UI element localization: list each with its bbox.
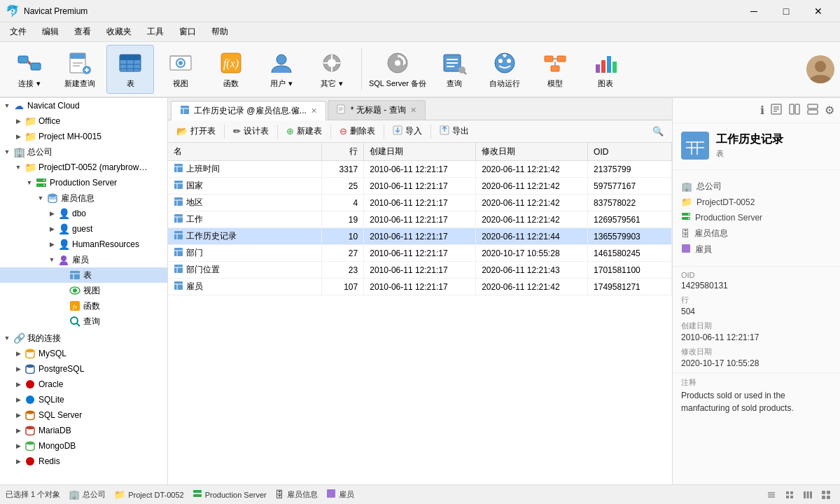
mariadb-label: MariaDB [38, 426, 71, 435]
table-row[interactable]: 国家 25 2010-06-11 12:21:17 2020-06-11 12:… [168, 178, 672, 195]
model-label: 模型 [547, 78, 563, 89]
maximize-button[interactable]: □ [770, 0, 802, 22]
table-row[interactable]: 雇员 107 2010-06-11 12:21:17 2020-06-11 12… [168, 279, 672, 295]
panel-breadcrumb-db: 🗄 雇员信息 [681, 225, 832, 241]
menu-window[interactable]: 窗口 [172, 23, 203, 41]
delete-table-button[interactable]: ⊖ 删除表 [334, 122, 381, 141]
toolbar-other-button[interactable]: 其它 ▾ [308, 45, 356, 94]
minimize-button[interactable]: ─ [738, 0, 770, 22]
functions-icon: fx [69, 300, 81, 312]
sidebar-item-dbo[interactable]: ▶ 👤 dbo [0, 206, 167, 221]
sidebar-item-tables[interactable]: ▶ 表 [0, 267, 167, 283]
table-row[interactable]: 部门位置 23 2010-06-11 12:21:17 2020-06-11 1… [168, 262, 672, 279]
panel-settings-button[interactable]: ⚙ [825, 104, 834, 117]
tab-untitled-label: * 无标题 - 查询 [351, 104, 406, 116]
tab-icon [180, 105, 190, 117]
view-icon-button[interactable] [818, 488, 834, 502]
sidebar-item-views[interactable]: ▶ 视图 [0, 283, 167, 298]
table-row[interactable]: 部门 27 2010-06-11 12:21:17 2020-10-17 10:… [168, 245, 672, 262]
sidebar-item-company[interactable]: ▼ 🏢 总公司 [0, 144, 167, 160]
tab-untitled[interactable]: * 无标题 - 查询 ✕ [328, 100, 426, 120]
sidebar-item-mariadb[interactable]: ▶ MariaDB [0, 423, 167, 438]
toolbar-table-button[interactable]: 表 [106, 45, 154, 94]
export-button[interactable]: 导出 [434, 122, 475, 141]
view-list-button[interactable] [763, 488, 780, 502]
projectdt-label: ProjectDT-0052 (marybrown@... [38, 162, 150, 172]
panel-info-button[interactable]: ℹ [760, 104, 764, 117]
view-detail-button[interactable] [781, 488, 798, 502]
sidebar-item-queries[interactable]: ▶ 查询 [0, 314, 167, 329]
new-table-button[interactable]: ⊕ 新建表 [281, 122, 328, 141]
tab-history[interactable]: 工作历史记录 @雇员信息.僱... ✕ [171, 101, 326, 120]
table-row[interactable]: 工作历史记录 10 2010-06-11 12:21:17 2020-06-11… [168, 228, 672, 245]
toolbar-connect-button[interactable]: 连接 ▾ [6, 45, 53, 94]
toolbar-backup-button[interactable]: SQL Server 备份 [368, 45, 428, 94]
status-schema[interactable]: 雇员 [326, 489, 354, 500]
svg-point-23 [276, 55, 286, 64]
toolbar-query-button[interactable]: 查询 [430, 45, 478, 94]
expand-arrow: ▶ [13, 456, 24, 467]
sidebar-item-oracle[interactable]: ▶ Oracle [0, 377, 167, 392]
sidebar-item-humanresources[interactable]: ▶ 👤 HumanResources [0, 237, 167, 252]
menu-edit[interactable]: 编辑 [35, 23, 66, 41]
sidebar-item-projectdt[interactable]: ▼ 📁 ProjectDT-0052 (marybrown@... [0, 160, 167, 175]
row-created: 2010-06-11 12:21:17 [364, 228, 476, 245]
sidebar-item-sqlserver[interactable]: ▶ SQL Server [0, 407, 167, 423]
status-project[interactable]: 📁 Project DT-0052 [114, 489, 183, 500]
menu-help[interactable]: 帮助 [204, 23, 235, 41]
sidebar-item-production-server[interactable]: ▼ Production Server [0, 175, 167, 190]
toolbar-function-button[interactable]: f(x) 函数 [207, 45, 255, 94]
menu-view[interactable]: 查看 [67, 23, 98, 41]
sidebar-item-employee-schema[interactable]: ▼ 雇员 [0, 252, 167, 267]
panel-subtitle: 表 [716, 148, 783, 159]
sidebar-item-mysql[interactable]: ▶ MySQL [0, 346, 167, 361]
status-server[interactable]: Production Server [192, 489, 267, 500]
panel-split-v-button[interactable] [806, 103, 819, 118]
open-table-button[interactable]: 📂 打开表 [171, 122, 221, 141]
sidebar-item-sqlite[interactable]: ▶ SQLite [0, 392, 167, 407]
toolbar-new-query-button[interactable]: 新建查询 [56, 45, 104, 94]
user-label: 用户 ▾ [270, 78, 292, 89]
table-row[interactable]: 地区 4 2010-06-11 12:21:17 2020-06-11 12:2… [168, 195, 672, 211]
toolbar-autorun-button[interactable]: 自动运行 [481, 45, 528, 94]
toolbar-view-button[interactable]: 视图 [157, 45, 204, 94]
sidebar-item-guest[interactable]: ▶ 👤 guest [0, 221, 167, 237]
company-icon: 🏢 [681, 181, 692, 192]
user-avatar[interactable] [806, 55, 834, 83]
close-button[interactable]: ✕ [802, 0, 834, 22]
svg-text:f(x): f(x) [223, 57, 239, 70]
sidebar-item-employee-info[interactable]: ▼ 雇员信息 [0, 190, 167, 206]
sidebar-item-mongodb[interactable]: ▶ MongoDB [0, 438, 167, 454]
sidebar-item-redis[interactable]: ▶ Redis [0, 454, 167, 469]
design-table-button[interactable]: ✏ 设计表 [227, 122, 274, 141]
sidebar-item-navicat-cloud[interactable]: ▼ ☁ Navicat Cloud [0, 98, 167, 113]
status-server-icon [192, 489, 202, 500]
toolbar-chart-button[interactable]: 图表 [582, 45, 629, 94]
sidebar-item-postgresql[interactable]: ▶ PostgreSQL [0, 361, 167, 377]
panel-split-h-button[interactable] [788, 103, 801, 118]
new-table-icon: ⊕ [286, 126, 294, 136]
toolbar-model-button[interactable]: 模型 [531, 45, 579, 94]
sidebar-item-functions[interactable]: ▶ fx 函数 [0, 298, 167, 314]
status-db[interactable]: 🗄 雇员信息 [275, 489, 318, 500]
sidebar-item-office[interactable]: ▶ 📁 Office [0, 113, 167, 129]
table-row[interactable]: 上班时间 3317 2010-06-11 12:21:17 2020-06-11… [168, 161, 672, 178]
status-company[interactable]: 🏢 总公司 [69, 489, 106, 500]
expand-arrow: ▶ [13, 131, 24, 142]
toolbar-user-button[interactable]: 用户 ▾ [258, 45, 305, 94]
menu-tools[interactable]: 工具 [140, 23, 171, 41]
redis-icon [24, 455, 36, 468]
navicat-cloud-label: Navicat Cloud [27, 101, 80, 111]
menu-favorites[interactable]: 收藏夹 [99, 23, 139, 41]
sidebar-item-my-connections[interactable]: ▼ 🔗 我的连接 [0, 330, 167, 346]
tab-untitled-close[interactable]: ✕ [410, 106, 416, 115]
row-oid: 1269579561 [588, 211, 672, 228]
sidebar-item-project-mh[interactable]: ▶ 📁 Project MH-0015 [0, 129, 167, 144]
panel-ddl-button[interactable] [770, 103, 783, 118]
view-columns-button[interactable] [799, 488, 816, 502]
import-button[interactable]: 导入 [387, 122, 428, 141]
search-button[interactable]: 🔍 [647, 122, 669, 141]
tab-history-close[interactable]: ✕ [311, 106, 317, 115]
menu-file[interactable]: 文件 [3, 23, 34, 41]
table-row[interactable]: 工作 19 2010-06-11 12:21:17 2020-06-11 12:… [168, 211, 672, 228]
